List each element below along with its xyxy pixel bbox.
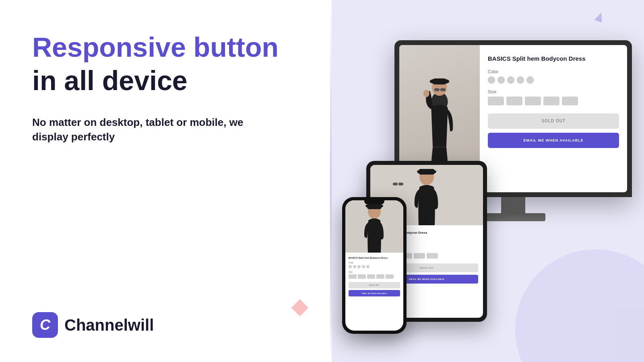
monitor-stand-base [481,213,545,221]
color-dot-1[interactable] [488,76,495,84]
mobile-size-3[interactable] [367,274,375,279]
monitor-stand-neck [501,197,525,213]
monitor-color-label: Color [488,69,619,74]
tablet-size-4[interactable] [414,253,425,259]
logo-text: Channelwill [64,316,154,334]
monitor-size-label: Size [488,89,619,94]
svg-rect-3 [433,78,446,84]
mobile-size-2[interactable] [358,274,366,279]
monitor-size-options [488,97,619,105]
mobile-product-title: BASICS Split hem Bodycon Dress [349,257,400,259]
text-content: Responsive button in all device No matte… [32,32,298,176]
headline-line2: in all device [32,66,298,96]
svg-rect-14 [393,183,398,185]
mobile-product-details: BASICS Split hem Bodycon Dress Color Siz… [345,253,403,331]
mobile-notch [364,200,384,204]
logo-c-letter: C [40,317,50,333]
divider-line [330,0,332,362]
color-dot-3[interactable] [507,76,514,84]
mobile-size-5[interactable] [386,274,394,279]
channelwill-logo-icon: C [32,312,58,338]
mobile-inner: BASICS Split hem Bodycon Dress Color Siz… [345,200,403,331]
size-pill-3[interactable] [525,97,541,105]
svg-rect-5 [440,88,446,91]
size-pill-4[interactable] [543,97,559,105]
mobile-color-dot-5[interactable] [366,265,369,268]
monitor-product-title: BASICS Split hem Bodycon Dress [488,55,619,63]
mobile-size-label: Size [349,271,400,273]
monitor-email-button[interactable]: EMAIL ME WHEN AVAILABLE [488,133,619,148]
mobile-size-options [349,274,400,279]
mobile-color-options [349,265,400,268]
mobile-person-svg [345,200,403,253]
svg-point-7 [423,90,429,97]
svg-rect-4 [434,88,440,91]
logo-area: C Channelwill [32,312,298,338]
subtext: No matter on desktop, tablet or mobile, … [32,115,258,144]
monitor-product-details: BASICS Split hem Bodycon Dress Color Siz… [480,45,627,192]
size-pill-1[interactable] [488,97,504,105]
mobile-sold-out-button: SOLD OUT [349,282,400,288]
tablet-size-5[interactable] [427,253,438,259]
mobile-email-button[interactable]: EMAIL ME WHEN AVAILABLE [349,290,400,296]
size-pill-5[interactable] [562,97,578,105]
mobile-outer: BASICS Split hem Bodycon Dress Color Siz… [342,197,407,334]
mobile-color-label: Color [349,261,400,264]
monitor-sold-out-button: SOLD OUT [488,113,619,129]
left-panel: Responsive button in all device No matte… [0,0,330,362]
right-panel: BASICS Split hem Bodycon Dress Color Siz… [330,0,644,362]
mobile-size-4[interactable] [376,274,384,279]
color-dot-5[interactable] [526,76,534,84]
mobile-color-dot-4[interactable] [362,265,365,268]
color-dot-4[interactable] [517,76,524,84]
devices-container: BASICS Split hem Bodycon Dress Color Siz… [342,16,632,346]
mobile-size-1[interactable] [349,274,357,279]
mobile-device: BASICS Split hem Bodycon Dress Color Siz… [342,197,407,334]
svg-rect-15 [398,183,403,185]
svg-point-13 [417,169,436,175]
monitor-color-options [488,76,619,84]
mobile-color-dot-3[interactable] [357,265,361,268]
size-pill-2[interactable] [506,97,522,105]
mobile-product-image [345,200,403,253]
headline-line1: Responsive button [32,32,298,62]
mobile-color-dot-2[interactable] [353,265,356,268]
color-dot-2[interactable] [497,76,505,84]
mobile-color-dot-1[interactable] [349,265,352,268]
